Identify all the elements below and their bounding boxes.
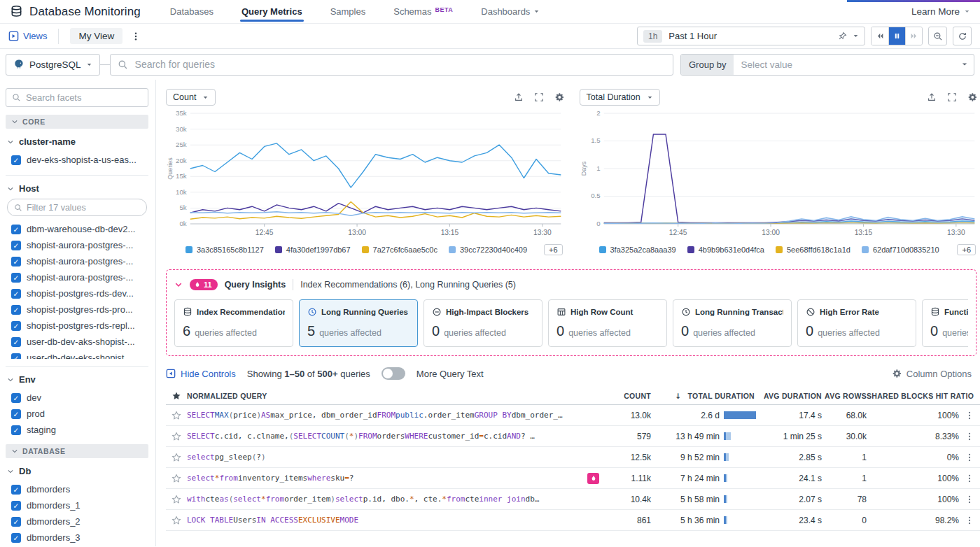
checkbox-checked-icon[interactable]: ✓ bbox=[11, 337, 21, 347]
favorite-star-icon[interactable] bbox=[166, 474, 187, 483]
query-insight-flame-badge[interactable] bbox=[587, 473, 599, 484]
facet-search-box[interactable]: Search facets bbox=[6, 88, 148, 107]
facet-value-checkbox[interactable]: ✓shopist-postgres-rds-repl... bbox=[6, 318, 148, 334]
facet-title-db[interactable]: Db bbox=[7, 466, 148, 476]
facet-value-checkbox[interactable]: ✓shopist-postgres-rds-dev... bbox=[6, 285, 148, 301]
row-menu-kebab-icon[interactable] bbox=[959, 411, 980, 420]
insight-card-index-recommendations[interactable]: Index Recommendations6queries affected bbox=[174, 299, 293, 347]
checkbox-checked-icon[interactable]: ✓ bbox=[11, 517, 21, 527]
checkbox-checked-icon[interactable]: ✓ bbox=[11, 485, 21, 495]
checkbox-checked-icon[interactable]: ✓ bbox=[11, 533, 21, 543]
expand-icon[interactable] bbox=[947, 92, 957, 102]
legend-item[interactable]: 7a27c6fc6aae5c0c bbox=[362, 246, 438, 254]
checkbox-checked-icon[interactable]: ✓ bbox=[11, 393, 21, 403]
tab-schemas[interactable]: SchemasBETA bbox=[393, 0, 453, 23]
database-section-header[interactable]: DATABASE bbox=[6, 444, 148, 458]
column-shared-blocks-hit-ratio[interactable]: SHARED BLOCKS HIT RATIO bbox=[867, 392, 959, 400]
facet-value-checkbox[interactable]: ✓dbmorders_2 bbox=[6, 513, 148, 530]
facet-value-checkbox[interactable]: ✓dbmorders_1 bbox=[6, 497, 148, 513]
legend-item[interactable]: 5ee68ffd618c1a1d bbox=[776, 246, 850, 254]
legend-item[interactable]: 3fa325a2ca8aaa39 bbox=[599, 246, 676, 254]
insight-card-high-impact-blockers[interactable]: High-Impact Blockers0queries affected bbox=[424, 299, 542, 347]
insight-card-high-row-count[interactable]: High Row Count0queries affected bbox=[548, 299, 667, 347]
facet-value-checkbox[interactable]: ✓user-db-dev-aks-shopist-... bbox=[6, 334, 148, 350]
legend-item[interactable]: 4fa30def1997db67 bbox=[275, 246, 351, 254]
legend-item[interactable]: 62daf710d0835210 bbox=[862, 246, 939, 254]
favorite-column-star-icon[interactable] bbox=[166, 391, 187, 401]
export-icon[interactable] bbox=[514, 92, 524, 102]
table-row[interactable]: select * from inventory_items where sku … bbox=[166, 468, 980, 489]
checkbox-checked-icon[interactable]: ✓ bbox=[11, 289, 21, 299]
facet-title-cluster-name[interactable]: cluster-name bbox=[7, 136, 148, 147]
database-engine-select[interactable]: PostgreSQL bbox=[6, 54, 100, 76]
insight-card-long-running-transactions[interactable]: Long Running Transactions0queries affect… bbox=[673, 299, 792, 347]
view-options-kebab-icon[interactable] bbox=[131, 31, 141, 41]
facet-title-env[interactable]: Env bbox=[7, 374, 148, 385]
favorite-star-icon[interactable] bbox=[166, 516, 187, 525]
table-row[interactable]: LOCK TABLE Users IN ACCESS EXCLUSIVE MOD… bbox=[166, 510, 980, 531]
table-row[interactable]: SELECT MAX ( price ) AS max_price, dbm_o… bbox=[166, 405, 980, 426]
column-avg-rows[interactable]: AVG ROWS bbox=[822, 392, 867, 400]
legend-item[interactable]: 39cc72230d40c409 bbox=[449, 246, 527, 254]
checkbox-checked-icon[interactable]: ✓ bbox=[11, 155, 21, 165]
more-query-text-toggle[interactable] bbox=[382, 367, 405, 380]
pin-icon[interactable] bbox=[838, 31, 847, 41]
legend-item[interactable]: 4b9b9b631e0d4fca bbox=[687, 246, 764, 254]
row-menu-kebab-icon[interactable] bbox=[959, 495, 980, 504]
tab-dashboards[interactable]: Dashboards bbox=[481, 0, 540, 23]
facet-value-checkbox[interactable]: ✓shopist-aurora-postgres-... bbox=[6, 269, 148, 285]
column-options-button[interactable]: Column Options bbox=[892, 369, 980, 379]
column-normalized-query[interactable]: NORMALIZED QUERY bbox=[187, 392, 606, 400]
legend-more-badge[interactable]: +6 bbox=[544, 244, 563, 255]
facet-value-checkbox[interactable]: ✓dbmorders bbox=[6, 481, 148, 497]
tab-databases[interactable]: Databases bbox=[170, 0, 214, 23]
checkbox-checked-icon[interactable]: ✓ bbox=[11, 225, 21, 234]
facet-value-checkbox[interactable]: ✓dev bbox=[6, 390, 148, 406]
count-metric-select[interactable]: Count bbox=[166, 89, 216, 106]
current-view-name[interactable]: My View bbox=[70, 28, 122, 44]
row-menu-kebab-icon[interactable] bbox=[959, 474, 980, 483]
facet-value-checkbox[interactable]: ✓user-db-dev-eks-shopist bbox=[6, 350, 148, 359]
search-input[interactable] bbox=[134, 58, 666, 71]
time-range-picker[interactable]: 1h Past 1 Hour bbox=[637, 27, 865, 45]
learn-more-button[interactable]: Learn More bbox=[911, 6, 970, 17]
column-count[interactable]: COUNT bbox=[606, 392, 651, 400]
gear-icon[interactable] bbox=[554, 92, 564, 102]
tab-samples[interactable]: Samples bbox=[330, 0, 366, 23]
favorite-star-icon[interactable] bbox=[166, 411, 187, 420]
tab-query-metrics[interactable]: Query Metrics bbox=[241, 0, 302, 23]
forward-button[interactable] bbox=[905, 27, 922, 45]
normalized-query-cell[interactable]: with cte as ( select * from order_item )… bbox=[187, 495, 606, 504]
checkbox-checked-icon[interactable]: ✓ bbox=[11, 321, 21, 331]
favorite-star-icon[interactable] bbox=[166, 453, 187, 462]
facet-value-checkbox[interactable]: ✓shopist-aurora-postgres-... bbox=[6, 237, 148, 253]
checkbox-checked-icon[interactable]: ✓ bbox=[11, 305, 21, 315]
legend-item[interactable]: 3a3c85165c8b1127 bbox=[186, 246, 264, 254]
column-total-duration[interactable]: ↓ TOTAL DURATION bbox=[651, 392, 757, 400]
table-row[interactable]: select pg_sleep ( ? )12.5k9 h 52 min2.85… bbox=[166, 447, 980, 468]
normalized-query-cell[interactable]: SELECT MAX ( price ) AS max_price, dbm_o… bbox=[187, 411, 606, 420]
row-menu-kebab-icon[interactable] bbox=[959, 453, 980, 462]
group-by-select[interactable]: Group by Select value bbox=[680, 54, 974, 76]
favorite-star-icon[interactable] bbox=[166, 432, 187, 441]
rewind-button[interactable] bbox=[872, 27, 888, 45]
column-avg-duration[interactable]: AVG DURATION bbox=[757, 392, 822, 400]
facet-value-checkbox[interactable]: ✓shopist-postgres-rds-pro... bbox=[6, 301, 148, 318]
checkbox-checked-icon[interactable]: ✓ bbox=[11, 353, 21, 360]
row-menu-kebab-icon[interactable] bbox=[959, 516, 980, 525]
insight-card-functions[interactable]: Functions0queries affected bbox=[922, 299, 968, 347]
normalized-query-cell[interactable]: LOCK TABLE Users IN ACCESS EXCLUSIVE MOD… bbox=[187, 516, 606, 525]
normalized-query-cell[interactable]: select * from inventory_items where sku … bbox=[187, 473, 606, 484]
query-search-box[interactable] bbox=[110, 54, 673, 76]
table-row[interactable]: SELECT c.cid, c.clname, ( SELECT COUNT (… bbox=[166, 426, 980, 447]
facet-value-checkbox[interactable]: ✓dbm-warehouse-db-dev2... bbox=[6, 221, 148, 237]
checkbox-checked-icon[interactable]: ✓ bbox=[11, 409, 21, 419]
facet-value-checkbox[interactable]: ✓shopist-aurora-postgres-... bbox=[6, 253, 148, 269]
legend-more-badge[interactable]: +6 bbox=[957, 244, 976, 255]
refresh-button[interactable] bbox=[953, 27, 972, 45]
duration-metric-select[interactable]: Total Duration bbox=[580, 89, 660, 106]
zoom-out-button[interactable] bbox=[928, 27, 947, 45]
hide-controls-button[interactable]: Hide Controls bbox=[166, 369, 236, 379]
normalized-query-cell[interactable]: select pg_sleep ( ? ) bbox=[187, 453, 606, 462]
normalized-query-cell[interactable]: SELECT c.cid, c.clname, ( SELECT COUNT (… bbox=[187, 432, 606, 441]
